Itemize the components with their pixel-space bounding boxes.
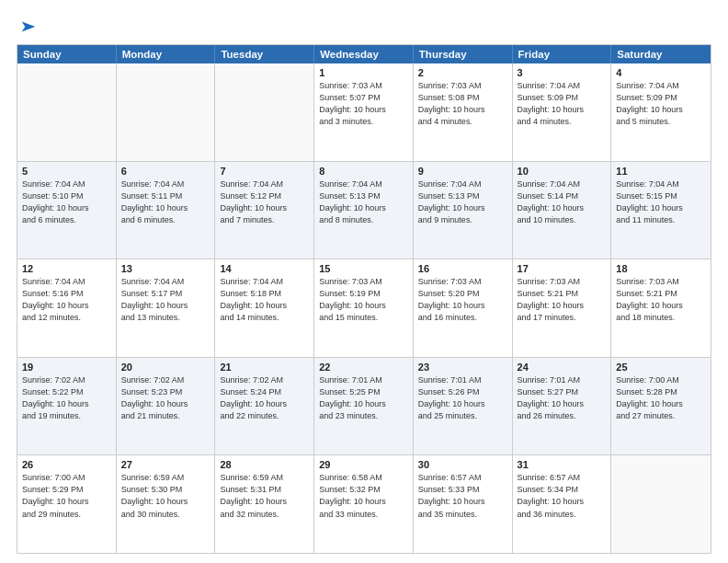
cell-day-number: 14 [220,263,309,274]
cell-info: Sunrise: 7:01 AM Sunset: 5:27 PM Dayligh… [518,374,607,422]
calendar-cell: 29Sunrise: 6:58 AM Sunset: 5:32 PM Dayli… [314,455,414,553]
cell-info: Sunrise: 7:03 AM Sunset: 5:08 PM Dayligh… [418,80,507,128]
cell-day-number: 12 [22,263,111,274]
page: SundayMondayTuesdayWednesdayThursdayFrid… [0,0,728,563]
weekday-header-sunday: Sunday [17,45,117,63]
calendar-cell: 27Sunrise: 6:59 AM Sunset: 5:30 PM Dayli… [117,455,216,553]
cell-day-number: 25 [616,362,706,373]
cell-day-number: 10 [518,166,607,177]
calendar-cell: 6Sunrise: 7:04 AM Sunset: 5:11 PM Daylig… [117,162,216,259]
calendar-cell: 24Sunrise: 7:01 AM Sunset: 5:27 PM Dayli… [513,358,612,455]
cell-info: Sunrise: 7:04 AM Sunset: 5:09 PM Dayligh… [616,80,706,128]
weekday-header-friday: Friday [513,45,612,63]
calendar-cell: 26Sunrise: 7:00 AM Sunset: 5:29 PM Dayli… [17,455,117,553]
cell-info: Sunrise: 7:04 AM Sunset: 5:09 PM Dayligh… [518,80,607,128]
cell-info: Sunrise: 7:04 AM Sunset: 5:13 PM Dayligh… [319,178,408,226]
calendar-cell: 25Sunrise: 7:00 AM Sunset: 5:28 PM Dayli… [611,358,711,455]
calendar-cell: 22Sunrise: 7:01 AM Sunset: 5:25 PM Dayli… [314,358,414,455]
cell-info: Sunrise: 7:02 AM Sunset: 5:24 PM Dayligh… [220,374,309,422]
cell-day-number: 9 [418,166,507,177]
calendar-cell: 15Sunrise: 7:03 AM Sunset: 5:19 PM Dayli… [314,259,414,357]
cell-day-number: 22 [319,362,408,373]
calendar-week-5: 26Sunrise: 7:00 AM Sunset: 5:29 PM Dayli… [17,454,711,553]
cell-info: Sunrise: 7:03 AM Sunset: 5:20 PM Dayligh… [418,276,507,324]
calendar-cell: 13Sunrise: 7:04 AM Sunset: 5:17 PM Dayli… [117,259,216,357]
cell-info: Sunrise: 7:02 AM Sunset: 5:23 PM Dayligh… [121,374,210,422]
calendar-cell: 23Sunrise: 7:01 AM Sunset: 5:26 PM Dayli… [414,358,513,455]
cell-info: Sunrise: 7:04 AM Sunset: 5:12 PM Dayligh… [220,178,309,226]
cell-info: Sunrise: 7:00 AM Sunset: 5:29 PM Dayligh… [22,472,111,520]
cell-day-number: 2 [418,67,507,78]
calendar-body: 1Sunrise: 7:03 AM Sunset: 5:07 PM Daylig… [17,63,711,553]
cell-day-number: 15 [319,263,408,274]
cell-info: Sunrise: 7:03 AM Sunset: 5:19 PM Dayligh… [319,276,408,324]
cell-day-number: 4 [616,67,706,78]
cell-day-number: 13 [121,263,210,274]
calendar-cell: 12Sunrise: 7:04 AM Sunset: 5:16 PM Dayli… [17,259,117,357]
weekday-header-saturday: Saturday [611,45,711,63]
cell-info: Sunrise: 6:57 AM Sunset: 5:33 PM Dayligh… [418,472,507,520]
cell-day-number: 19 [22,362,111,373]
calendar-cell: 17Sunrise: 7:03 AM Sunset: 5:21 PM Dayli… [513,259,612,357]
weekday-header-thursday: Thursday [414,45,513,63]
cell-info: Sunrise: 7:01 AM Sunset: 5:26 PM Dayligh… [418,374,507,422]
cell-day-number: 21 [220,362,309,373]
calendar-cell: 2Sunrise: 7:03 AM Sunset: 5:08 PM Daylig… [414,63,513,161]
calendar-cell: 16Sunrise: 7:03 AM Sunset: 5:20 PM Dayli… [414,259,513,357]
calendar-cell: 4Sunrise: 7:04 AM Sunset: 5:09 PM Daylig… [611,63,711,161]
cell-info: Sunrise: 6:57 AM Sunset: 5:34 PM Dayligh… [518,472,607,520]
cell-day-number: 3 [518,67,607,78]
cell-day-number: 6 [121,166,210,177]
cell-info: Sunrise: 7:04 AM Sunset: 5:17 PM Dayligh… [121,276,210,324]
calendar-cell [215,63,314,161]
cell-day-number: 31 [518,459,607,470]
cell-day-number: 7 [220,166,309,177]
calendar-cell: 10Sunrise: 7:04 AM Sunset: 5:14 PM Dayli… [513,162,612,259]
calendar-week-1: 1Sunrise: 7:03 AM Sunset: 5:07 PM Daylig… [17,63,711,161]
calendar-cell: 5Sunrise: 7:04 AM Sunset: 5:10 PM Daylig… [17,162,117,259]
cell-info: Sunrise: 7:04 AM Sunset: 5:18 PM Dayligh… [220,276,309,324]
cell-info: Sunrise: 7:02 AM Sunset: 5:22 PM Dayligh… [22,374,111,422]
cell-info: Sunrise: 7:00 AM Sunset: 5:28 PM Dayligh… [616,374,706,422]
cell-info: Sunrise: 7:04 AM Sunset: 5:15 PM Dayligh… [616,178,706,226]
calendar-cell: 7Sunrise: 7:04 AM Sunset: 5:12 PM Daylig… [215,162,314,259]
calendar-week-4: 19Sunrise: 7:02 AM Sunset: 5:22 PM Dayli… [17,357,711,455]
cell-info: Sunrise: 7:03 AM Sunset: 5:21 PM Dayligh… [518,276,607,324]
calendar-cell: 1Sunrise: 7:03 AM Sunset: 5:07 PM Daylig… [314,63,414,161]
cell-day-number: 26 [22,459,111,470]
calendar: SundayMondayTuesdayWednesdayThursdayFrid… [17,44,711,554]
cell-day-number: 1 [319,67,408,78]
calendar-cell: 14Sunrise: 7:04 AM Sunset: 5:18 PM Dayli… [215,259,314,357]
calendar-header: SundayMondayTuesdayWednesdayThursdayFrid… [17,45,711,63]
cell-day-number: 28 [220,459,309,470]
calendar-cell [17,63,117,161]
calendar-cell: 9Sunrise: 7:04 AM Sunset: 5:13 PM Daylig… [414,162,513,259]
calendar-cell: 11Sunrise: 7:04 AM Sunset: 5:15 PM Dayli… [611,162,711,259]
calendar-cell [611,455,711,553]
cell-day-number: 24 [518,362,607,373]
calendar-week-2: 5Sunrise: 7:04 AM Sunset: 5:10 PM Daylig… [17,161,711,259]
cell-info: Sunrise: 7:04 AM Sunset: 5:16 PM Dayligh… [22,276,111,324]
calendar-cell: 20Sunrise: 7:02 AM Sunset: 5:23 PM Dayli… [117,358,216,455]
cell-day-number: 18 [616,263,706,274]
cell-day-number: 23 [418,362,507,373]
cell-info: Sunrise: 7:04 AM Sunset: 5:10 PM Dayligh… [22,178,111,226]
calendar-cell: 30Sunrise: 6:57 AM Sunset: 5:33 PM Dayli… [414,455,513,553]
cell-info: Sunrise: 7:04 AM Sunset: 5:11 PM Dayligh… [121,178,210,226]
cell-info: Sunrise: 7:04 AM Sunset: 5:13 PM Dayligh… [418,178,507,226]
calendar-cell: 31Sunrise: 6:57 AM Sunset: 5:34 PM Dayli… [513,455,612,553]
calendar-cell: 28Sunrise: 6:59 AM Sunset: 5:31 PM Dayli… [215,455,314,553]
weekday-header-wednesday: Wednesday [314,45,414,63]
cell-day-number: 30 [418,459,507,470]
calendar-cell: 19Sunrise: 7:02 AM Sunset: 5:22 PM Dayli… [17,358,117,455]
weekday-header-tuesday: Tuesday [215,45,314,63]
cell-day-number: 5 [22,166,111,177]
cell-info: Sunrise: 7:03 AM Sunset: 5:07 PM Dayligh… [319,80,408,128]
calendar-cell: 18Sunrise: 7:03 AM Sunset: 5:21 PM Dayli… [611,259,711,357]
calendar-cell: 8Sunrise: 7:04 AM Sunset: 5:13 PM Daylig… [314,162,414,259]
cell-day-number: 11 [616,166,706,177]
svg-marker-0 [22,22,36,32]
cell-day-number: 16 [418,263,507,274]
header [17,17,711,35]
cell-info: Sunrise: 7:01 AM Sunset: 5:25 PM Dayligh… [319,374,408,422]
